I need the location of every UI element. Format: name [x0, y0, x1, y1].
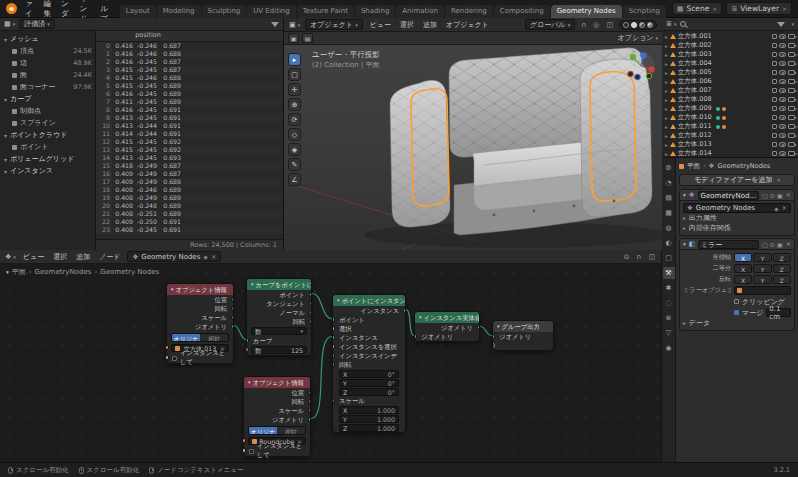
blender-logo-icon[interactable]: [6, 3, 17, 14]
socket-icon[interactable]: [415, 334, 417, 339]
viewport-tool-button[interactable]: ▸: [288, 53, 301, 66]
node-editor-menu-item[interactable]: 選択: [51, 252, 69, 262]
collapse-caret-icon[interactable]: ▾: [497, 321, 500, 332]
selectable-checkbox[interactable]: [772, 43, 777, 48]
viewlayer-selector[interactable]: ≣ ViewLayer ×: [726, 2, 792, 15]
dataset-tree-item[interactable]: ▾ インスタンス: [0, 165, 95, 177]
modifier-header-mirror[interactable]: ▾ ◧ ミラー ▢ ⊙ ▣ ×: [679, 238, 795, 250]
hide-render-icon[interactable]: [788, 151, 795, 156]
selectable-checkbox[interactable]: [772, 70, 777, 75]
hide-viewport-icon[interactable]: [779, 43, 786, 48]
node-input-socket[interactable]: インスタンス: [333, 333, 405, 342]
node-curve-to-points[interactable]: ▾ カーブをポイントに ポイント タンジェント ノーマル: [246, 278, 312, 356]
table-row[interactable]: 10 0.413 -0.244 0.691: [96, 122, 283, 130]
table-row[interactable]: 8 0.416 -0.245 0.691: [96, 106, 283, 114]
unlink-icon[interactable]: ×: [211, 253, 216, 261]
hide-render-icon[interactable]: [788, 133, 795, 138]
table-row[interactable]: 7 0.411 -0.245 0.689: [96, 98, 283, 106]
scale-axis-field[interactable]: Y1.000: [339, 415, 399, 423]
tool-option-icon[interactable]: ▤: [302, 33, 313, 43]
dataset-tree-item[interactable]: ▾ 面コーナー 97.9K: [0, 81, 95, 93]
socket-icon[interactable]: [309, 310, 311, 315]
edit-mode-toggle-icon[interactable]: ▢: [762, 241, 768, 248]
shading-mode-group[interactable]: [619, 20, 657, 30]
dataset-tree-item[interactable]: ▾ ポイント: [0, 141, 95, 153]
dataset-tree-item[interactable]: ▾ 面 24.4K: [0, 69, 95, 81]
filter-icon[interactable]: [271, 22, 279, 27]
expand-caret-icon[interactable]: ▸: [665, 61, 668, 67]
node-input-socket[interactable]: ジオメトリ: [493, 332, 553, 341]
socket-icon[interactable]: [333, 335, 335, 340]
viewport-menu-item[interactable]: ビュー: [368, 20, 393, 30]
node-output-socket[interactable]: 回転: [247, 317, 311, 326]
viewport-editor-icon[interactable]: ▣▾: [289, 21, 300, 29]
table-row[interactable]: 4 0.415 -0.246 0.688: [96, 74, 283, 82]
node-header[interactable]: ▾ カーブをポイントに: [247, 279, 311, 290]
hide-viewport-icon[interactable]: [779, 79, 786, 84]
node-output-socket[interactable]: ノーマル: [247, 308, 311, 317]
node-editor-menu-item[interactable]: ビュー: [21, 252, 46, 262]
hide-viewport-icon[interactable]: [779, 70, 786, 75]
scale-axis-field[interactable]: Z1.000: [339, 424, 399, 432]
node-object-info-2[interactable]: ▾ オブジェクト情報 位置 回転 スケール: [243, 376, 311, 457]
node-header[interactable]: ▾ グループ出力: [493, 321, 553, 332]
hide-render-icon[interactable]: [788, 70, 795, 75]
merge-distance-field[interactable]: 0.1 cm: [766, 308, 791, 317]
empty-socket-row[interactable]: [493, 341, 553, 350]
hide-viewport-icon[interactable]: [779, 34, 786, 39]
expand-caret-icon[interactable]: ▸: [665, 142, 668, 148]
table-row[interactable]: 23 0.408 -0.245 0.691: [96, 226, 283, 234]
node-editor-menu-item[interactable]: ノード: [97, 252, 122, 262]
socket-icon[interactable]: [333, 398, 335, 403]
bisect-toggle[interactable]: Y: [753, 264, 771, 273]
realtime-toggle-icon[interactable]: ⊙: [770, 192, 775, 199]
workspace-tab[interactable]: Texture Paint: [297, 5, 354, 18]
node-header[interactable]: ▾ ポイントにインスタンス作成: [333, 295, 405, 306]
axis-toggle[interactable]: Z: [773, 253, 791, 262]
properties-tab[interactable]: ◌: [663, 297, 675, 309]
socket-icon[interactable]: [333, 362, 335, 367]
table-row[interactable]: 22 0.409 -0.250 0.691: [96, 218, 283, 226]
selectable-checkbox[interactable]: [772, 115, 777, 120]
socket-icon[interactable]: [477, 325, 479, 330]
workspace-tab[interactable]: Compositing: [494, 5, 550, 18]
hide-viewport-icon[interactable]: [779, 142, 786, 147]
node-output-socket[interactable]: ジオメトリ: [167, 322, 233, 331]
scale-axis-field[interactable]: X1.000: [339, 406, 399, 414]
viewport-tool-button[interactable]: ⟳: [288, 113, 301, 126]
table-row[interactable]: 14 0.413 -0.245 0.693: [96, 154, 283, 162]
as-instance-checkbox[interactable]: インスタンスとして: [167, 353, 233, 363]
axis-toggle[interactable]: X: [734, 253, 752, 262]
viewport-menu-item[interactable]: オブジェクト: [444, 20, 491, 30]
hide-render-icon[interactable]: [788, 142, 795, 147]
workspace-tab[interactable]: Shading: [355, 5, 395, 18]
viewport-tool-button[interactable]: ◇: [288, 128, 301, 141]
table-row[interactable]: 20 0.408 -0.248 0.689: [96, 202, 283, 210]
table-row[interactable]: 13 0.415 -0.245 0.692: [96, 146, 283, 154]
properties-tab[interactable]: ▢: [663, 252, 675, 264]
socket-icon[interactable]: [308, 399, 310, 404]
spreadsheet-editor-icon[interactable]: ▦▾: [4, 20, 15, 28]
table-row[interactable]: 12 0.415 -0.245 0.692: [96, 138, 283, 146]
table-row[interactable]: 2 0.416 -0.245 0.687: [96, 58, 283, 66]
breadcrumb-item[interactable]: GeometryNodes: [29, 268, 92, 276]
socket-icon[interactable]: [333, 344, 335, 349]
bisect-toggle[interactable]: Z: [773, 264, 791, 273]
dataset-tree-item[interactable]: ▾ カーブ: [0, 93, 95, 105]
socket-icon[interactable]: [333, 326, 335, 331]
properties-tab[interactable]: ▦: [663, 207, 675, 219]
node-tree-selector[interactable]: ❖ Geometry Nodes ◈ ×: [127, 251, 221, 262]
expand-caret-icon[interactable]: ▸: [665, 43, 668, 49]
properties-tab[interactable]: ◐: [663, 237, 675, 249]
dataset-tree-item[interactable]: ▾ スプライン: [0, 117, 95, 129]
selectable-checkbox[interactable]: [772, 34, 777, 39]
original-relative-toggle[interactable]: オリジナル 相対: [248, 426, 306, 435]
viewport-tool-button[interactable]: ✛: [288, 83, 301, 96]
expand-caret-icon[interactable]: ▸: [665, 52, 668, 58]
count-field[interactable]: 数 125: [251, 346, 307, 354]
node-group-selector[interactable]: ❖ Geometry Nodes ◈ ×: [683, 203, 791, 213]
viewport-canvas[interactable]: ユーザー・平行投影 (2) Collection | 平面 ▸ ▢ ✛ ⊕ ⟳ …: [284, 45, 662, 250]
table-row[interactable]: 1 0.416 -0.246 0.688: [96, 50, 283, 58]
rotation-axis-field[interactable]: Z0°: [339, 388, 399, 396]
outliner-item[interactable]: ▸ 立方体.004: [662, 59, 798, 68]
